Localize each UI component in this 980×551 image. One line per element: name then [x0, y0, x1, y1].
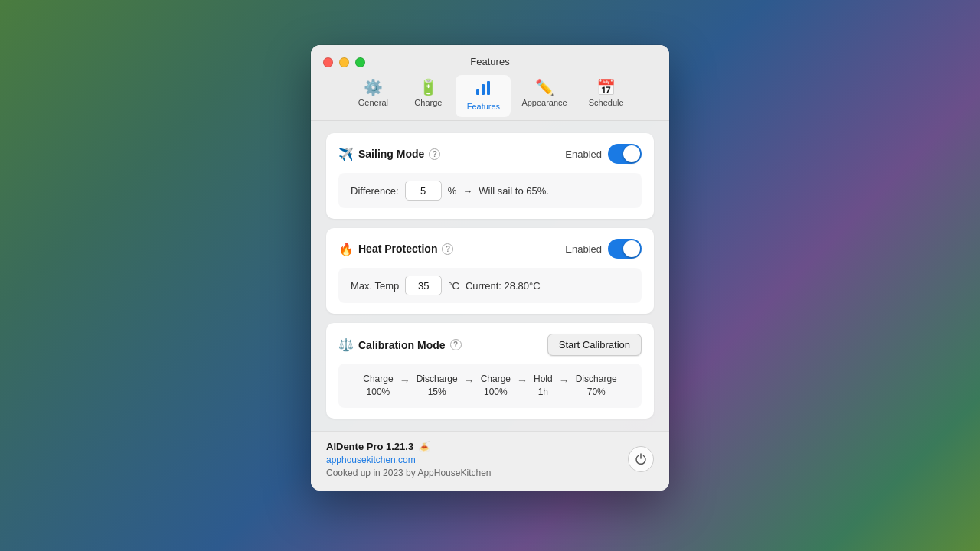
calibration-title-group: ⚖️ Calibration Mode ? [338, 337, 462, 352]
pencil-icon: ✏️ [535, 80, 554, 95]
heat-icon: 🔥 [338, 242, 354, 256]
sailing-mode-header: ✈️ Sailing Mode ? Enabled [338, 144, 642, 164]
cal-step-discharge-70: Discharge 70% [576, 373, 617, 399]
tab-features[interactable]: Features [456, 75, 511, 117]
cal-step-charge-100b-line2: 100% [484, 386, 508, 399]
difference-unit: % [448, 185, 457, 197]
chart-icon [475, 80, 492, 99]
power-icon [635, 453, 647, 465]
cal-step-charge-100b-line1: Charge [481, 373, 511, 386]
cal-step-hold-1h: Hold 1h [534, 373, 553, 399]
cal-step-charge-100: Charge 100% [363, 373, 393, 399]
sailing-mode-status: Enabled [565, 144, 642, 164]
cal-arrow-1: → [400, 374, 410, 386]
cal-step-discharge-15-line1: Discharge [416, 373, 458, 386]
difference-label: Difference: [351, 185, 399, 197]
tab-appearance-label: Appearance [521, 98, 567, 107]
battery-icon: 🔋 [419, 80, 438, 95]
cal-step-hold-line2: 1h [538, 386, 548, 399]
tab-schedule[interactable]: 📅 Schedule [578, 75, 635, 117]
calibration-mode-section: ⚖️ Calibration Mode ? Start Calibration … [326, 323, 654, 419]
svg-rect-2 [487, 81, 490, 95]
heat-protection-status: Enabled [565, 239, 642, 259]
max-temp-label: Max. Temp [351, 280, 399, 292]
heat-protection-section: 🔥 Heat Protection ? Enabled Max. Temp °C… [326, 228, 654, 314]
will-sail-text: Will sail to 65%. [479, 185, 549, 197]
difference-input[interactable] [405, 181, 442, 201]
start-calibration-button[interactable]: Start Calibration [547, 334, 642, 356]
sailing-mode-title: Sailing Mode [358, 148, 424, 160]
current-temp-label: Current: 28.80°C [466, 280, 541, 292]
calibration-title: Calibration Mode [358, 339, 446, 351]
cal-step-discharge-15-line2: 15% [428, 386, 446, 399]
svg-rect-0 [476, 89, 479, 95]
calibration-help[interactable]: ? [450, 339, 462, 350]
sailing-mode-status-label: Enabled [565, 148, 602, 160]
heat-protection-toggle[interactable] [608, 239, 642, 259]
calibration-header: ⚖️ Calibration Mode ? Start Calibration [338, 334, 642, 356]
cal-step-charge-100-line2: 100% [367, 386, 390, 399]
footer: AlDente Pro 1.21.3 🍝 apphousekitchen.com… [311, 431, 669, 491]
difference-arrow: → [462, 185, 472, 197]
footer-left: AlDente Pro 1.21.3 🍝 apphousekitchen.com… [326, 441, 492, 478]
tab-features-label: Features [467, 102, 500, 111]
minimize-button[interactable] [339, 57, 349, 67]
power-button[interactable] [628, 446, 654, 472]
sailing-mode-toggle[interactable] [608, 144, 642, 164]
content-area: ✈️ Sailing Mode ? Enabled Difference: % … [311, 121, 669, 431]
heat-protection-title: Heat Protection [358, 243, 437, 255]
app-window: Features ⚙️ General 🔋 Charge Featu [311, 45, 669, 491]
tab-charge-label: Charge [414, 98, 442, 107]
cal-step-charge-100-line1: Charge [363, 373, 393, 386]
titlebar: Features ⚙️ General 🔋 Charge Featu [311, 45, 669, 121]
sailing-mode-body: Difference: % → Will sail to 65%. [338, 173, 642, 208]
tab-schedule-label: Schedule [589, 98, 624, 107]
sailing-mode-section: ✈️ Sailing Mode ? Enabled Difference: % … [326, 133, 654, 219]
app-link[interactable]: apphousekitchen.com [326, 455, 492, 465]
cal-arrow-3: → [517, 374, 528, 386]
cal-step-discharge-70-line2: 70% [587, 386, 606, 399]
calendar-icon: 📅 [596, 80, 616, 95]
max-temp-input[interactable] [405, 276, 442, 295]
traffic-lights [323, 57, 365, 67]
heat-protection-header: 🔥 Heat Protection ? Enabled [338, 239, 642, 259]
calibration-steps: Charge 100% → Discharge 15% → Charge 100… [338, 364, 642, 408]
cal-arrow-2: → [464, 374, 475, 386]
app-name: AlDente Pro 1.21.3 🍝 [326, 441, 492, 452]
heat-protection-help[interactable]: ? [442, 243, 453, 255]
cal-arrow-4: → [559, 374, 570, 386]
sailing-mode-title-group: ✈️ Sailing Mode ? [338, 147, 440, 161]
tab-appearance[interactable]: ✏️ Appearance [511, 75, 577, 117]
footer-credit: Cooked up in 2023 by AppHouseKitchen [326, 468, 492, 478]
tab-general[interactable]: ⚙️ General [345, 75, 400, 117]
maximize-button[interactable] [355, 57, 365, 67]
cal-step-hold-line1: Hold [534, 373, 553, 386]
cal-step-discharge-70-line1: Discharge [576, 373, 617, 386]
app-emoji: 🍝 [418, 441, 430, 452]
sailing-icon: ✈️ [338, 147, 354, 161]
close-button[interactable] [323, 57, 333, 67]
tab-charge[interactable]: 🔋 Charge [400, 75, 456, 117]
heat-protection-title-group: 🔥 Heat Protection ? [338, 242, 453, 256]
svg-rect-1 [482, 84, 485, 95]
gear-icon: ⚙️ [364, 80, 383, 95]
heat-protection-body: Max. Temp °C Current: 28.80°C [338, 268, 642, 303]
window-title: Features [323, 56, 657, 67]
cal-step-discharge-15: Discharge 15% [416, 373, 458, 399]
tab-general-label: General [358, 98, 388, 107]
heat-protection-status-label: Enabled [565, 243, 602, 255]
tab-bar: ⚙️ General 🔋 Charge Features ✏️ [323, 75, 657, 120]
sailing-mode-help[interactable]: ? [429, 148, 440, 160]
max-temp-unit: °C [448, 280, 459, 292]
app-name-text: AlDente Pro 1.21.3 [326, 441, 413, 452]
calibration-icon: ⚖️ [338, 337, 354, 352]
cal-step-charge-100b: Charge 100% [481, 373, 511, 399]
